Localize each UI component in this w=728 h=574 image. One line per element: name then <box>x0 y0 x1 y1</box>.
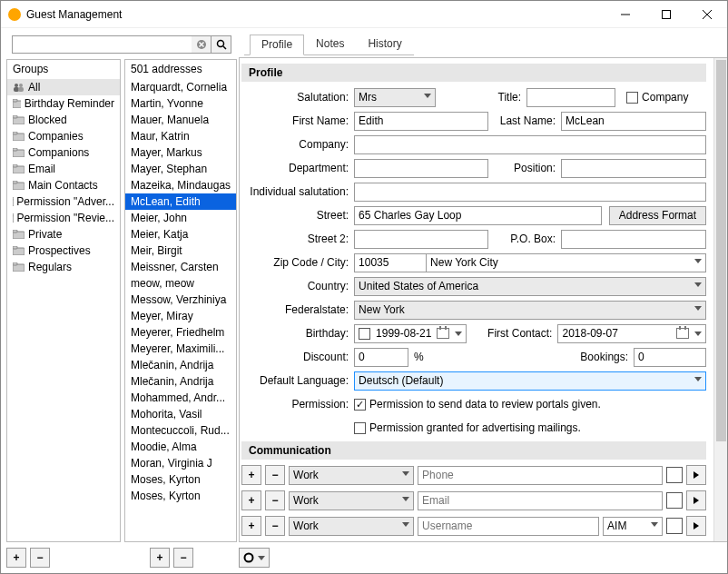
address-item[interactable]: Mayer, Stephan <box>125 161 236 177</box>
clear-search-button[interactable] <box>192 35 212 54</box>
addresses-list: Marquardt, CorneliaMartin, YvonneMauer, … <box>125 79 236 541</box>
birthday-picker[interactable]: 1999-08-21 <box>354 324 467 343</box>
add-address-button[interactable]: + <box>150 548 170 568</box>
group-item[interactable]: Private <box>7 226 120 242</box>
address-item[interactable]: Messow, Verzhiniya <box>125 292 236 308</box>
title-input[interactable] <box>526 88 615 107</box>
company-input[interactable] <box>354 135 706 154</box>
address-item[interactable]: Mazeika, Mindaugas <box>125 177 236 193</box>
salutation-select[interactable]: Mrs <box>354 88 436 107</box>
comm-action-button[interactable] <box>686 465 706 485</box>
group-item[interactable]: Main Contacts <box>7 177 120 193</box>
remove-group-button[interactable]: − <box>30 548 50 568</box>
content-scrollbar[interactable] <box>713 58 728 541</box>
address-item[interactable]: Montecuccoli, Rud... <box>125 422 236 439</box>
address-item[interactable]: Martin, Yvonne <box>125 95 236 112</box>
country-select[interactable]: United States of America <box>354 277 706 296</box>
discount-input[interactable] <box>354 348 408 367</box>
add-group-button[interactable]: + <box>6 548 26 568</box>
address-item[interactable]: Moses, Kyrton <box>125 471 236 488</box>
address-item[interactable]: Mlečanin, Andrija <box>125 373 236 390</box>
comm-action-button[interactable] <box>686 516 706 536</box>
street2-input[interactable] <box>354 230 488 249</box>
bookings-input[interactable] <box>634 348 706 367</box>
firstcontact-picker[interactable]: 2018-09-07 <box>557 324 706 343</box>
address-item[interactable]: McLean, Edith <box>125 193 236 210</box>
group-item[interactable]: Companions <box>7 144 120 161</box>
group-item[interactable]: Permission "Revie... <box>7 210 120 226</box>
settings-button[interactable] <box>239 548 270 568</box>
address-item[interactable]: Mlečanin, Andrija <box>125 357 236 373</box>
address-item[interactable]: Mohorita, Vasil <box>125 406 236 422</box>
address-item[interactable]: Meier, Katja <box>125 226 236 242</box>
comm-remove-button[interactable]: − <box>265 490 285 510</box>
address-item[interactable]: meow, meow <box>125 275 236 292</box>
comm-remove-button[interactable]: − <box>265 516 285 536</box>
perm-advertising-checkbox[interactable] <box>354 422 366 434</box>
address-item[interactable]: Meir, Birgit <box>125 242 236 259</box>
address-item[interactable]: Mauer, Manuela <box>125 112 236 128</box>
comm-checkbox[interactable] <box>666 492 683 509</box>
search-button[interactable] <box>212 35 231 54</box>
address-item[interactable]: Mayer, Markus <box>125 144 236 161</box>
group-item[interactable]: All <box>7 79 120 95</box>
company-checkbox[interactable] <box>626 92 638 104</box>
group-item[interactable]: Blocked <box>7 112 120 128</box>
remove-address-button[interactable]: − <box>173 548 193 568</box>
comm-type-select[interactable]: Work <box>289 466 414 485</box>
svg-point-11 <box>19 84 23 87</box>
maximize-button[interactable] <box>645 1 686 27</box>
comm-value-input[interactable] <box>418 466 663 485</box>
address-item[interactable]: Moses, Kyrton <box>125 488 236 504</box>
address-item[interactable]: Meissner, Carsten <box>125 259 236 275</box>
comm-checkbox[interactable] <box>666 518 683 534</box>
firstname-input[interactable] <box>354 112 488 131</box>
tab-notes[interactable]: Notes <box>304 34 356 54</box>
birthday-enable-checkbox[interactable] <box>359 328 370 340</box>
lastname-input[interactable] <box>561 112 706 131</box>
address-item[interactable]: Maur, Katrin <box>125 128 236 144</box>
comm-action-button[interactable] <box>686 490 706 510</box>
address-item[interactable]: Meyerer, Maximili... <box>125 341 236 357</box>
department-input[interactable] <box>354 159 488 178</box>
group-item[interactable]: Companies <box>7 128 120 144</box>
search-input[interactable] <box>12 35 192 54</box>
address-item[interactable]: Moran, Virginia J <box>125 455 236 471</box>
comm-add-button[interactable]: + <box>241 490 261 510</box>
tab-profile[interactable]: Profile <box>250 35 304 55</box>
comm-checkbox[interactable] <box>666 467 683 483</box>
city-select[interactable]: New York City <box>426 253 706 272</box>
comm-remove-button[interactable]: − <box>265 465 285 485</box>
address-item[interactable]: Meyerer, Friedhelm <box>125 324 236 341</box>
address-item[interactable]: Moodie, Alma <box>125 439 236 455</box>
street-input[interactable] <box>354 206 602 225</box>
comm-add-button[interactable]: + <box>241 516 261 536</box>
indsal-input[interactable] <box>354 183 706 202</box>
deflang-select[interactable]: Deutsch (Default) <box>354 371 706 391</box>
group-item[interactable]: Permission "Adver... <box>7 193 120 210</box>
group-item[interactable]: Regulars <box>7 259 120 275</box>
zip-input[interactable] <box>354 253 427 272</box>
comm-type-select[interactable]: Work <box>289 517 414 536</box>
group-item[interactable]: Birthday Reminder <box>7 95 120 112</box>
position-input[interactable] <box>561 159 706 178</box>
pobox-input[interactable] <box>561 230 706 249</box>
comm-value-input[interactable] <box>418 491 663 510</box>
perm-review-checkbox[interactable] <box>354 399 366 411</box>
address-format-button[interactable]: Address Format <box>609 206 706 225</box>
tab-history[interactable]: History <box>356 34 413 54</box>
group-item[interactable]: Email <box>7 161 120 177</box>
comm-add-button[interactable]: + <box>241 465 261 485</box>
address-item[interactable]: Marquardt, Cornelia <box>125 79 236 95</box>
address-item[interactable]: Meier, John <box>125 210 236 226</box>
close-button[interactable] <box>686 1 727 27</box>
group-item[interactable]: Prospectives <box>7 242 120 259</box>
address-item[interactable]: Meyer, Miray <box>125 308 236 324</box>
comm-type-select[interactable]: Work <box>289 491 414 510</box>
fedstate-select[interactable]: New York <box>354 301 706 320</box>
comm-value-input[interactable] <box>418 517 599 536</box>
address-item[interactable]: Mohammed, Andr... <box>125 390 236 406</box>
svg-rect-16 <box>13 115 17 118</box>
minimize-button[interactable] <box>605 1 645 27</box>
comm-service-select[interactable]: AIM <box>603 517 663 536</box>
